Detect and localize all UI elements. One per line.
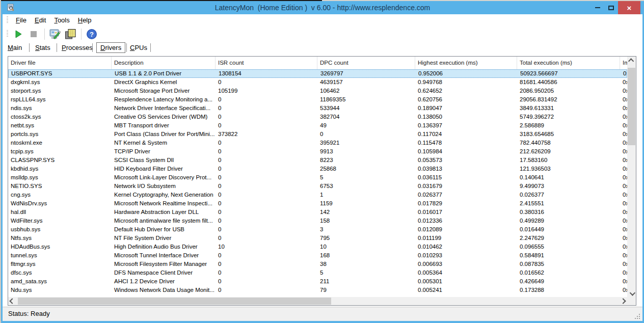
table-cell: 0.189047 — [415, 104, 517, 113]
table-row[interactable]: CLASSPNP.SYSSCSI Class System Dll082230.… — [8, 156, 627, 165]
table-cell: 0 — [216, 139, 317, 147]
table-cell: 2.247629 — [517, 234, 620, 243]
table-cell: NT File System Driver — [112, 234, 216, 243]
table-cell: 0x — [621, 70, 627, 77]
table-cell: 4639157 — [317, 78, 415, 87]
table-row[interactable]: storport.sysMicrosoft Storage Port Drive… — [8, 87, 627, 95]
table-cell: 0x — [620, 121, 627, 130]
table-cell: 211 — [317, 277, 415, 286]
table-cell: 382704 — [317, 113, 415, 121]
close-button[interactable]: × — [618, 1, 640, 14]
scroll-up-button[interactable] — [627, 57, 636, 65]
table-row[interactable]: NETIO.SYSNetwork I/O Subsystem067530.031… — [8, 182, 627, 191]
table-cell: 0 — [216, 191, 317, 199]
close-icon: × — [627, 4, 632, 12]
table-row[interactable]: WdNisDrv.sysMicrosoft Network Realtime I… — [8, 199, 627, 208]
table-row[interactable]: WdFilter.sysMicrosoft antimalware file s… — [8, 217, 627, 225]
tab-main[interactable]: Main — [8, 43, 22, 52]
table-cell: 0x — [620, 277, 627, 286]
table-row[interactable]: ndis.sysNetwork Driver Interface Specifi… — [8, 104, 627, 113]
table-cell: 11869355 — [317, 95, 415, 104]
table-cell: 0 — [216, 147, 317, 156]
tab-separator — [150, 43, 151, 52]
table-row[interactable]: ctoss2k.sysCreative OS Services Driver (… — [8, 113, 627, 121]
tab-stats[interactable]: Stats — [35, 43, 50, 52]
latencymon-window: LatencyMon (Home Edition ) v 6.00 - http… — [1, 1, 644, 323]
table-cell: 0.426649 — [517, 277, 620, 286]
table-cell: Windows Network Data Usage Monit... — [112, 286, 216, 294]
column-header-total-execution[interactable]: Total execution (ms) — [517, 57, 620, 69]
copy-report-button[interactable] — [64, 28, 77, 41]
tab-processes[interactable]: Processes — [62, 43, 93, 52]
vertical-scrollbar[interactable] — [627, 57, 636, 297]
table-row[interactable]: dfsc.sysDFS Namespace Client Driver050.0… — [8, 268, 627, 277]
column-header-description[interactable]: Description — [112, 57, 216, 69]
table-row[interactable]: Ndu.sysWindows Network Data Usage Monit.… — [8, 286, 627, 294]
table-row[interactable]: kbdhid.sysHID Keyboard Filter Driver0258… — [8, 165, 627, 173]
tab-drivers[interactable]: Drivers — [96, 42, 125, 53]
table-cell: 0x — [620, 260, 627, 268]
table-row[interactable]: Ntfs.sysNT File System Driver07950.01119… — [8, 234, 627, 243]
table-cell: 0 — [216, 173, 317, 182]
table-cell: amd_sata.sys — [8, 277, 112, 286]
tab-cpus[interactable]: CPUs — [130, 43, 147, 52]
table-cell: 373822 — [216, 130, 317, 139]
table-row[interactable]: dxgkrnl.sysDirectX Graphics Kernel046391… — [8, 78, 627, 87]
table-cell: 0x — [620, 165, 627, 173]
table-row[interactable]: usbhub.sysDefault Hub Driver for USB030.… — [8, 225, 627, 234]
status-text: Status: Ready — [8, 307, 50, 320]
table-cell: storport.sys — [8, 87, 112, 95]
menu-help[interactable]: Help — [74, 15, 96, 25]
tab-bar: Main Stats Processes Drivers CPUs — [3, 42, 642, 55]
menu-edit[interactable]: Edit — [31, 15, 50, 25]
table-cell: 0 — [216, 277, 317, 286]
table-cell: 0 — [216, 225, 317, 234]
table-cell: 0x — [620, 217, 627, 225]
table-cell: 0x — [620, 225, 627, 234]
table-cell: 0.036115 — [415, 173, 517, 182]
help-button[interactable]: ? — [85, 28, 98, 41]
start-monitoring-button[interactable] — [12, 28, 25, 41]
table-cell: 0 — [216, 182, 317, 191]
table-row[interactable]: hal.dllHardware Abstraction Layer DLL014… — [8, 208, 627, 217]
maximize-button[interactable] — [604, 1, 618, 14]
table-row[interactable]: rspLLL64.sysResplendence Latency Monitor… — [8, 95, 627, 104]
scroll-right-button[interactable] — [619, 297, 627, 305]
table-row[interactable]: mslldp.sysMicrosoft Link-Layer Discovery… — [8, 173, 627, 182]
table-row[interactable]: tunnel.sysMicrosoft Tunnel Interface Dri… — [8, 251, 627, 260]
table-cell: Creative OS Services Driver (WDM) — [112, 113, 216, 121]
status-bar: Status: Ready — [3, 307, 642, 321]
table-row[interactable]: ntoskrnl.exeNT Kernel & System03959210.1… — [8, 139, 627, 147]
column-header-highest-execution[interactable]: Highest execution (ms) — [415, 57, 517, 69]
vertical-scrollbar-thumb[interactable] — [628, 68, 635, 145]
resize-grip-icon[interactable] — [634, 313, 641, 319]
table-row[interactable]: netbt.sysMBT Transport driver0490.136397… — [8, 121, 627, 130]
menu-tools[interactable]: Tools — [50, 15, 73, 25]
table-cell: 0.952006 — [416, 70, 518, 77]
column-header-driver-file[interactable]: Driver file — [8, 57, 112, 69]
table-row[interactable]: HDAudBus.sysHigh Definition Audio Bus Dr… — [8, 243, 627, 251]
table-cell: 0 — [216, 286, 317, 294]
table-cell: 395921 — [317, 139, 415, 147]
column-header-dpc-count[interactable]: DPC count — [317, 57, 415, 69]
table-cell: 6753 — [317, 182, 415, 191]
column-header-image-base[interactable]: Im — [620, 57, 627, 69]
analyze-button[interactable] — [48, 28, 62, 41]
minimize-button[interactable] — [591, 1, 604, 14]
horizontal-scrollbar[interactable] — [8, 297, 627, 305]
table-row[interactable]: tcpip.sysTCP/IP Driver099130.105984212.6… — [8, 147, 627, 156]
table-row[interactable]: cng.sysKernel Cryptography, Next Generat… — [8, 191, 627, 199]
table-row[interactable]: amd_sata.sysAHCI 1.2 Device Driver02110.… — [8, 277, 627, 286]
horizontal-scrollbar-thumb[interactable] — [18, 298, 331, 305]
table-row[interactable]: portcls.sysPort Class (Class Driver for … — [8, 130, 627, 139]
table-cell: 105199 — [216, 87, 317, 95]
table-row[interactable]: fltmgr.sysMicrosoft Filesystem Filter Ma… — [8, 260, 627, 268]
menu-file[interactable]: File — [12, 15, 31, 25]
scroll-down-button[interactable] — [627, 288, 636, 297]
column-header-isr-count[interactable]: ISR count — [216, 57, 317, 69]
stop-monitoring-button[interactable] — [27, 28, 40, 41]
chevron-left-icon — [9, 298, 15, 304]
scroll-left-button[interactable] — [8, 297, 16, 305]
title-bar[interactable]: LatencyMon (Home Edition ) v 6.00 - http… — [1, 1, 644, 14]
table-row[interactable]: USBPORT.SYSUSB 1.1 & 2.0 Port Driver1308… — [8, 69, 627, 78]
